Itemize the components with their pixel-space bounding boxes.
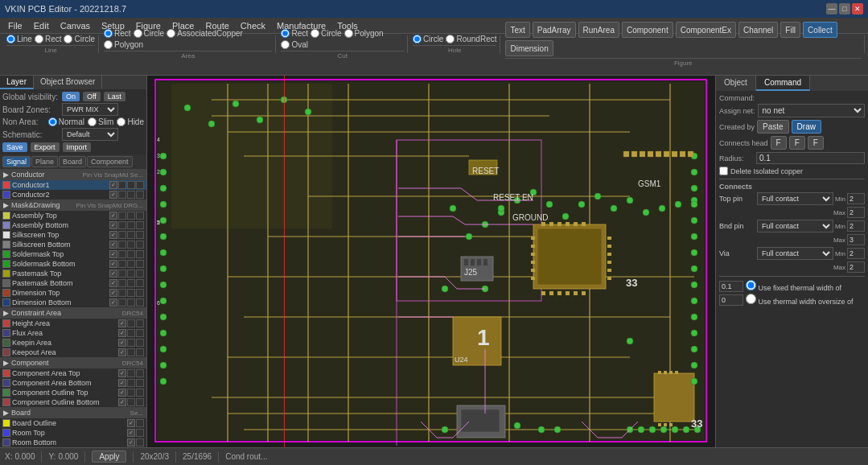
- constraint-area-group-header[interactable]: ▶ Constraint Area DRC54: [0, 307, 146, 319]
- dimension-bottom-layer[interactable]: Dimension Bottom ✓: [0, 298, 146, 307]
- y-coord: Y: 0.000: [48, 452, 78, 461]
- circle-radio-area[interactable]: Circle: [134, 29, 165, 38]
- text-btn[interactable]: Text: [505, 22, 529, 38]
- padarray-btn[interactable]: PadArray: [533, 22, 576, 38]
- minimize-button[interactable]: —: [826, 3, 837, 14]
- paste-btn[interactable]: Paste: [757, 120, 789, 134]
- via-min[interactable]: [847, 248, 865, 259]
- conductor-group-header[interactable]: ▶ Conductor Pin Vis SnapMd Se...: [0, 169, 146, 180]
- bnd-pin-select[interactable]: Full contact: [757, 220, 833, 232]
- delete-isolated-row: Delete Isolated copper: [719, 167, 865, 175]
- menu-item-file[interactable]: File: [3, 20, 27, 31]
- roundrect-radio[interactable]: RoundRect: [446, 35, 496, 43]
- draw-btn[interactable]: Draw: [792, 120, 821, 134]
- plane-tab-btn[interactable]: Plane: [31, 156, 58, 167]
- oval-radio-cut[interactable]: Oval: [281, 40, 308, 49]
- component-outline-top-layer[interactable]: Component Outline Top ✓: [0, 388, 146, 397]
- dimension-btn[interactable]: Dimension: [505, 40, 553, 56]
- line-radio[interactable]: Line: [6, 35, 32, 43]
- channel-btn[interactable]: Channel: [738, 22, 778, 38]
- assoccopper-radio[interactable]: AssociatedCopper: [167, 29, 243, 38]
- height-area-layer[interactable]: Height Area ✓: [0, 319, 146, 328]
- tab-object-browser[interactable]: Object Browser: [34, 76, 102, 89]
- circle-radio-cut[interactable]: Circle: [311, 29, 342, 38]
- component-group-header[interactable]: ▶ Component DRC54: [0, 357, 146, 368]
- board-group-header[interactable]: ▶ Board Se...: [0, 407, 146, 418]
- conductor2-layer[interactable]: Conductor2 ✓: [0, 190, 146, 200]
- object-tab[interactable]: Object: [716, 76, 756, 91]
- pastemask-top-layer[interactable]: Pastemask Top ✓: [0, 269, 146, 278]
- room-bottom-layer[interactable]: Room Bottom ✓: [0, 438, 146, 447]
- component-outline-bottom-layer[interactable]: Component Outline Bottom ✓: [0, 397, 146, 407]
- rect-radio-cut[interactable]: Rect: [281, 29, 308, 38]
- board-outline-layer[interactable]: Board Outline ✓: [0, 418, 146, 428]
- thermal-radio2[interactable]: [746, 294, 756, 304]
- circle-radio-line[interactable]: Circle: [64, 35, 95, 43]
- thermal-radio1[interactable]: [746, 280, 756, 290]
- circle-radio-hole[interactable]: Circle: [413, 35, 444, 43]
- component-area-top-layer[interactable]: Component Area Top ✓: [0, 368, 146, 378]
- signal-tab-btn[interactable]: Signal: [2, 156, 31, 167]
- pcb-canvas-area[interactable]: 1 33 33 LOL RESET RESET EN GROUND GSM1 J…: [147, 76, 715, 447]
- assembly-top-layer[interactable]: Assembly Top ✓: [0, 211, 146, 220]
- mask-drawing-group-header[interactable]: ▶ Mask&Drawing Pin Vis SnapMd DRG...: [0, 200, 146, 211]
- polygon-radio-area[interactable]: Polygon: [104, 40, 143, 49]
- export-layer-btn[interactable]: Export: [31, 142, 60, 152]
- componentex-btn[interactable]: ComponentEx: [676, 22, 736, 38]
- command-tab[interactable]: Command: [756, 76, 810, 91]
- tab-layer[interactable]: Layer: [0, 76, 34, 89]
- connects-head-f3[interactable]: F: [808, 136, 824, 150]
- assembly-bottom-layer[interactable]: Assembly Bottom ✓: [0, 220, 146, 230]
- top-pin-min[interactable]: [847, 193, 865, 204]
- silkscreen-top-layer[interactable]: Silkscreen Top ✓: [0, 230, 146, 240]
- component-tab-btn[interactable]: Component: [87, 156, 133, 167]
- keepout-area-layer[interactable]: Keepout Area ✓: [0, 348, 146, 357]
- thermal-label1: Use fixed thermal width of: [759, 284, 842, 292]
- soldermask-bottom-layer[interactable]: Soldermask Bottom ✓: [0, 259, 146, 269]
- svg-point-108: [160, 153, 167, 159]
- close-button[interactable]: ✕: [852, 3, 863, 14]
- top-pin-select[interactable]: Full contact: [757, 192, 833, 205]
- svg-point-75: [281, 97, 287, 103]
- import-layer-btn[interactable]: Import: [63, 142, 92, 152]
- schematic-select[interactable]: Default: [62, 128, 118, 141]
- collect-btn[interactable]: Collect: [803, 22, 837, 38]
- thermal-value2[interactable]: [719, 294, 743, 306]
- soldermask-top-layer[interactable]: Soldermask Top ✓: [0, 249, 146, 259]
- global-vis-on-btn[interactable]: On: [62, 92, 80, 101]
- component-area-bottom-layer[interactable]: Component Area Bottom ✓: [0, 378, 146, 388]
- polygon-radio-cut[interactable]: Polygon: [344, 29, 384, 38]
- fill-btn[interactable]: Fill: [780, 22, 800, 38]
- via-select[interactable]: Full contact: [757, 247, 833, 260]
- maximize-button[interactable]: □: [839, 3, 850, 14]
- global-vis-last-btn[interactable]: Last: [104, 92, 125, 101]
- connects-head-f1[interactable]: F: [771, 136, 787, 150]
- component-btn[interactable]: Component: [622, 22, 673, 38]
- radius-input[interactable]: [756, 152, 865, 164]
- apply-btn[interactable]: Apply: [92, 451, 126, 463]
- keepin-area-layer[interactable]: Keepin Area ✓: [0, 338, 146, 348]
- via-max[interactable]: [847, 261, 865, 273]
- room-top-layer[interactable]: Room Top ✓: [0, 428, 146, 438]
- conductor1-layer[interactable]: Conductor1 ✓: [0, 180, 146, 190]
- global-vis-off-btn[interactable]: Off: [83, 92, 101, 101]
- flux-area-layer[interactable]: Flux Area ✓: [0, 328, 146, 338]
- delete-isolated-checkbox[interactable]: [719, 167, 728, 175]
- top-pin-max[interactable]: [847, 207, 865, 218]
- board-zones-select[interactable]: PWR MIX: [62, 103, 118, 116]
- menu-item-canvas[interactable]: Canvas: [56, 20, 95, 31]
- rect-radio-line[interactable]: Rect: [35, 35, 62, 43]
- connects-head-f2[interactable]: F: [789, 136, 805, 150]
- bnd-pin-max[interactable]: [847, 234, 865, 245]
- runarea-btn[interactable]: RunArea: [578, 22, 619, 38]
- dimension-top-layer[interactable]: Dimension Top ✓: [0, 288, 146, 298]
- assign-net-select[interactable]: no net: [758, 104, 865, 117]
- save-layer-btn[interactable]: Save: [2, 142, 27, 152]
- pastemask-bottom-layer[interactable]: Pastemask Bottom ✓: [0, 278, 146, 288]
- bnd-pin-min[interactable]: [847, 220, 865, 232]
- menu-item-edit[interactable]: Edit: [29, 20, 54, 31]
- thermal-value1[interactable]: [719, 281, 743, 292]
- rect-radio-area[interactable]: Rect: [104, 29, 131, 38]
- board-tab-btn[interactable]: Board: [59, 156, 86, 167]
- silkscreen-bottom-layer[interactable]: Silkscreen Bottom ✓: [0, 240, 146, 249]
